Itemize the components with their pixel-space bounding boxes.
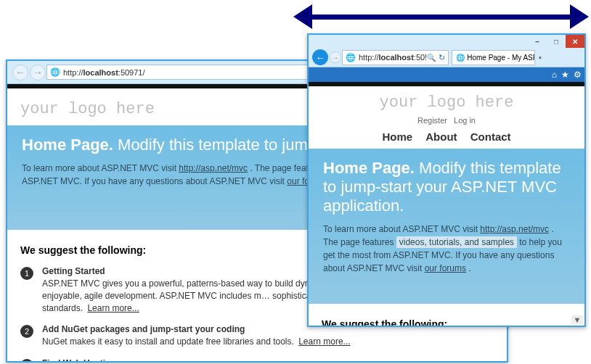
address-bar[interactable]: 🌐 http:// localhost :50! 🔍 ↻ — [342, 50, 449, 65]
nav-contact[interactable]: Contact — [470, 131, 511, 143]
url-port: :50! — [414, 53, 427, 62]
hero-heading: Home Page. Modify this template to jump-… — [323, 159, 570, 215]
refresh-icon[interactable]: ↻ — [439, 53, 445, 62]
page-viewport: your logo here Register Log in Home Abou… — [309, 82, 584, 326]
resize-arrow — [298, 4, 584, 29]
number-bullet: 2 — [20, 325, 33, 338]
minimize-button[interactable]: – — [528, 35, 547, 48]
suggest-section: We suggest the following: Getting Starte… — [322, 304, 571, 326]
item-title: Find Web Hosting — [42, 358, 494, 361]
browser-window-narrow: – □ ✕ ← → 🌐 http:// localhost :50! 🔍 ↻ 🌐… — [307, 33, 586, 327]
new-tab-button[interactable]: ▪ — [535, 53, 545, 62]
hero-lead: To learn more about ASP.NET MVC visit ht… — [323, 223, 570, 275]
url-host: localhost — [83, 68, 118, 77]
forward-button[interactable]: → — [330, 51, 341, 63]
register-link[interactable]: Register — [417, 116, 447, 125]
arrow-left-head — [293, 4, 312, 29]
nav-about[interactable]: About — [425, 131, 457, 143]
command-bar: ⌂ ★ ⚙ — [309, 67, 584, 82]
browser-chrome: ← → 🌐 http:// localhost :50! 🔍 ↻ 🌐 Home … — [309, 48, 584, 67]
highlight-text: videos, tutorials, and samples — [396, 236, 517, 248]
list-item: 2 Add NuGet packages and jump-start your… — [20, 324, 494, 348]
account-links: Register Log in — [322, 115, 571, 129]
globe-icon: 🌐 — [346, 53, 356, 62]
page-icon: 🌐 — [456, 54, 465, 62]
mvc-link[interactable]: http://asp.net/mvc — [480, 224, 549, 234]
browser-tab[interactable]: 🌐 Home Page - My ASP... ✕ — [452, 50, 535, 65]
nav-home[interactable]: Home — [382, 131, 412, 143]
login-link[interactable]: Log in — [454, 116, 476, 125]
url-prefix: http:// — [63, 68, 83, 77]
back-button[interactable]: ← — [312, 49, 328, 65]
forward-button[interactable]: → — [30, 65, 46, 80]
search-icon[interactable]: 🔍 — [427, 54, 436, 62]
mvc-link[interactable]: http://asp.net/mvc — [179, 163, 248, 173]
main-nav: Home About Contact — [322, 129, 571, 149]
favorites-icon[interactable]: ★ — [561, 70, 569, 80]
arrow-right-head — [570, 4, 589, 29]
learn-more-link[interactable]: Learn more... — [298, 336, 350, 347]
home-icon[interactable]: ⌂ — [552, 70, 557, 80]
url-prefix: http:// — [359, 53, 379, 62]
url-port: :50971/ — [118, 68, 145, 77]
maximize-button[interactable]: □ — [547, 35, 566, 48]
scroll-down-icon[interactable]: ▼ — [571, 315, 583, 324]
learn-more-link[interactable]: Learn more... — [87, 303, 139, 313]
arrow-line — [311, 15, 571, 20]
list-item: 3 Find Web Hosting You can easily find a… — [20, 358, 494, 361]
hero-banner: Home Page. Modify this template to jump-… — [309, 149, 584, 304]
forums-link[interactable]: our forums — [425, 263, 466, 273]
settings-icon[interactable]: ⚙ — [574, 70, 582, 80]
url-host: localhost — [379, 53, 414, 62]
number-bullet: 1 — [20, 267, 33, 280]
globe-icon: 🌐 — [50, 67, 60, 77]
logo-placeholder: your logo here — [322, 86, 571, 115]
number-bullet: 3 — [20, 359, 33, 361]
item-desc: NuGet makes it easy to install and updat… — [42, 336, 351, 347]
suggest-heading: We suggest the following: — [322, 318, 571, 326]
tab-title: Home Page - My ASP... — [467, 54, 535, 62]
close-button[interactable]: ✕ — [566, 35, 584, 48]
back-button[interactable]: ← — [12, 65, 28, 80]
window-titlebar: – □ ✕ — [309, 35, 584, 48]
